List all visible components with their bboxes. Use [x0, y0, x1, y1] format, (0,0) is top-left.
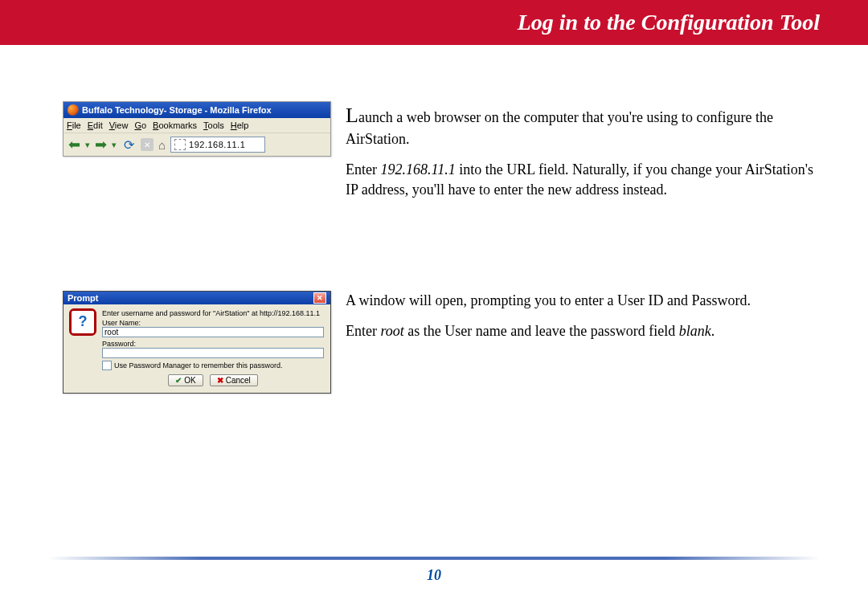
browser-menubar: File Edit View Go Bookmarks Tools Help	[63, 118, 330, 133]
firefox-screenshot: Buffalo Technology- Storage - Mozilla Fi…	[63, 101, 331, 157]
close-icon[interactable]: ✕	[313, 292, 326, 304]
text-block-2: A window will open, prompting you to ent…	[346, 291, 820, 353]
paragraph-enter-ip: Enter 192.168.11.1 into the URL field. N…	[346, 160, 820, 199]
url-value: 192.168.11.1	[189, 140, 245, 149]
menu-tools[interactable]: Tools	[203, 120, 224, 130]
paragraph-launch: Launch a web browser on the computer tha…	[346, 101, 820, 149]
username-label: User Name:	[102, 319, 324, 327]
prompt-instruction: Enter username and password for "AirStat…	[102, 309, 324, 317]
firefox-icon	[68, 104, 79, 116]
text-block-1: Launch a web browser on the computer tha…	[346, 101, 820, 210]
stop-icon[interactable]: ✕	[141, 138, 154, 151]
browser-window-title: Buffalo Technology- Storage - Mozilla Fi…	[82, 105, 272, 115]
root-literal: root	[380, 323, 403, 339]
text: Enter	[346, 161, 380, 178]
prompt-titlebar: Prompt ✕	[63, 292, 330, 304]
forward-dropdown-icon[interactable]: ▾	[112, 140, 117, 150]
browser-titlebar: Buffalo Technology- Storage - Mozilla Fi…	[63, 102, 330, 118]
page-header: Log in to the Configuration Tool	[0, 0, 868, 45]
page-favicon	[174, 139, 186, 150]
text: .	[711, 323, 715, 339]
remember-checkbox[interactable]	[102, 361, 112, 370]
page-number: 10	[0, 567, 868, 584]
paragraph-window-prompt: A window will open, prompting you to ent…	[346, 291, 820, 310]
ip-literal: 192.168.11.1	[380, 161, 455, 178]
remember-label: Use Password Manager to remember this pa…	[114, 361, 283, 369]
forward-icon[interactable]: ➡	[95, 137, 107, 152]
back-dropdown-icon[interactable]: ▾	[85, 140, 90, 150]
ok-button[interactable]: ✔OK	[168, 374, 203, 386]
menu-file[interactable]: File	[67, 120, 81, 130]
back-icon[interactable]: ⬅	[68, 137, 80, 152]
page-title: Log in to the Configuration Tool	[518, 10, 820, 35]
remember-row[interactable]: Use Password Manager to remember this pa…	[102, 361, 324, 370]
check-icon: ✔	[175, 376, 182, 385]
menu-go[interactable]: Go	[134, 120, 146, 130]
reload-icon[interactable]: ⟳	[121, 137, 136, 152]
footer-rule	[48, 557, 820, 560]
paragraph-credentials: Enter root as the User name and leave th…	[346, 321, 820, 341]
section-2: Prompt ✕ ? Enter username and password f…	[63, 291, 820, 394]
cancel-button[interactable]: ✖Cancel	[210, 374, 258, 386]
url-bar[interactable]: 192.168.11.1	[170, 137, 265, 153]
password-input[interactable]	[102, 348, 324, 358]
blank-literal: blank	[679, 323, 711, 339]
section-1: Buffalo Technology- Storage - Mozilla Fi…	[63, 101, 820, 210]
prompt-title-text: Prompt	[68, 293, 99, 303]
cancel-label: Cancel	[226, 376, 251, 385]
page-content: Buffalo Technology- Storage - Mozilla Fi…	[0, 45, 868, 527]
menu-help[interactable]: Help	[231, 120, 249, 130]
auth-prompt-screenshot: Prompt ✕ ? Enter username and password f…	[63, 291, 331, 394]
prompt-form: Enter username and password for "AirStat…	[102, 309, 324, 386]
menu-view[interactable]: View	[109, 120, 129, 130]
x-icon: ✖	[217, 376, 223, 385]
question-icon: ?	[70, 309, 96, 335]
text: Enter	[346, 323, 380, 339]
home-icon[interactable]: ⌂	[158, 138, 166, 152]
ok-label: OK	[184, 376, 195, 385]
password-label: Password:	[102, 340, 324, 348]
username-input[interactable]	[102, 327, 324, 337]
text: as the User name and leave the password …	[404, 323, 679, 339]
browser-toolbar: ⬅ ▾ ➡ ▾ ⟳ ✕ ⌂ 192.168.11.1	[63, 133, 330, 156]
menu-bookmarks[interactable]: Bookmarks	[153, 120, 197, 130]
menu-edit[interactable]: Edit	[88, 120, 103, 130]
